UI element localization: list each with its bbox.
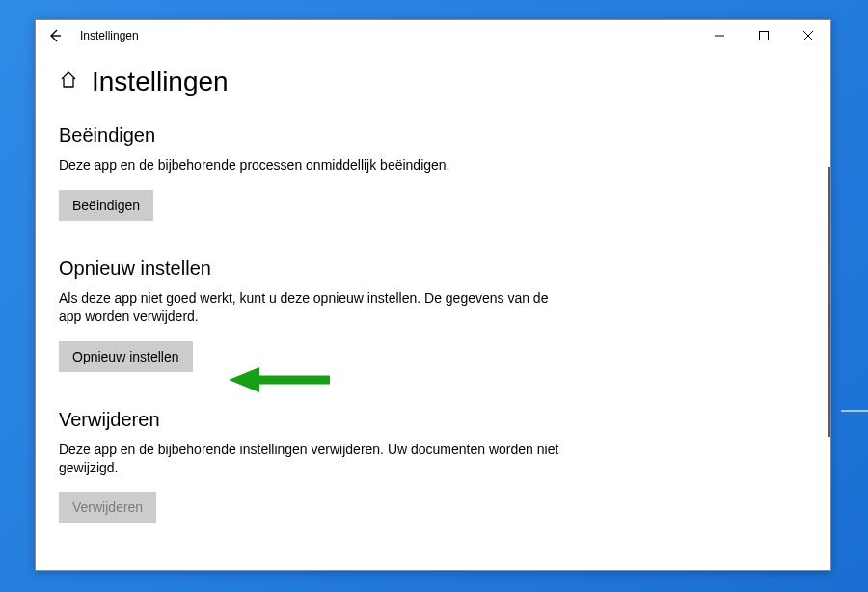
close-button[interactable] — [786, 20, 830, 51]
back-button[interactable] — [43, 24, 67, 47]
uninstall-button: Verwijderen — [59, 492, 156, 523]
settings-window: Instellingen Instellingen Beëindigen Dez… — [35, 19, 831, 571]
window-title: Instellingen — [80, 29, 139, 42]
terminate-section: Beëindigen Deze app en de bijbehorende p… — [59, 124, 807, 221]
scrollbar[interactable] — [828, 167, 830, 437]
uninstall-description: Deze app en de bijbehorende instellingen… — [59, 441, 560, 477]
terminate-description: Deze app en de bijbehorende processen on… — [59, 156, 560, 175]
reset-button[interactable]: Opnieuw instellen — [59, 341, 193, 372]
reset-description: Als deze app niet goed werkt, kunt u dez… — [59, 289, 560, 326]
home-icon[interactable] — [59, 70, 78, 94]
content-area: Instellingen Beëindigen Deze app en de b… — [36, 51, 830, 570]
uninstall-title: Verwijderen — [59, 409, 807, 431]
desktop-divider — [841, 410, 868, 412]
titlebar: Instellingen — [36, 20, 830, 51]
terminate-title: Beëindigen — [59, 124, 807, 147]
terminate-button[interactable]: Beëindigen — [59, 190, 153, 221]
reset-title: Opnieuw instellen — [59, 257, 807, 280]
minimize-button[interactable] — [697, 20, 742, 51]
titlebar-left: Instellingen — [43, 24, 139, 47]
page-header: Instellingen — [59, 67, 807, 97]
svg-rect-2 — [760, 32, 769, 40]
window-controls — [697, 20, 830, 51]
page-title: Instellingen — [92, 67, 229, 97]
uninstall-section: Verwijderen Deze app en de bijbehorende … — [59, 409, 807, 524]
reset-section: Opnieuw instellen Als deze app niet goed… — [59, 257, 807, 372]
maximize-button[interactable] — [742, 20, 786, 51]
